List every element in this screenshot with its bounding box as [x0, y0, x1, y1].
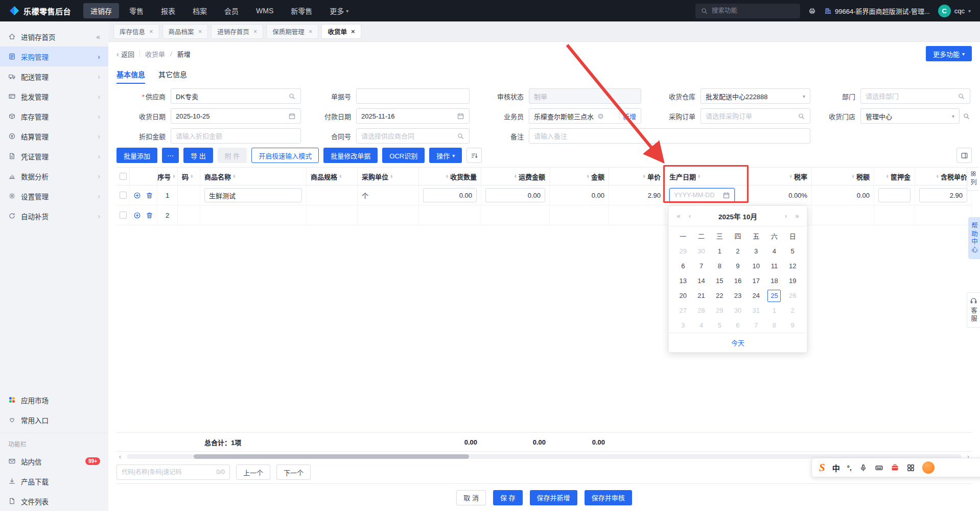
doc-no-field[interactable] — [356, 88, 470, 104]
calendar-day[interactable]: 31 — [750, 305, 763, 317]
sidebar-item-4[interactable]: 结算管理› — [0, 126, 108, 146]
calendar-day[interactable]: 8 — [713, 260, 726, 272]
sidebar-item-7[interactable]: 设置管理› — [0, 186, 108, 206]
calendar-day[interactable]: 24 — [750, 290, 763, 302]
scroll-left-arrow[interactable]: ‹ — [116, 453, 124, 460]
calendar-day[interactable]: 13 — [676, 275, 690, 287]
sidebar-item-home[interactable]: 进销存首页 « — [0, 27, 108, 47]
topnav-item-2[interactable]: 报表 — [154, 3, 182, 18]
column-settings-tab[interactable]: 列 — [967, 167, 979, 191]
calendar-day[interactable]: 11 — [767, 260, 781, 272]
tab-2[interactable]: 进销存首页× — [211, 24, 263, 39]
sogou-logo-icon[interactable]: S — [819, 462, 825, 473]
org-selector[interactable]: 99664-新界面商超版测试-管理... — [824, 6, 930, 16]
quick-search-input[interactable] — [122, 469, 213, 476]
back-button[interactable]: ‹ 返回 — [116, 49, 134, 59]
calendar-icon[interactable] — [457, 112, 464, 120]
topnav-item-4[interactable]: 会员 — [217, 3, 246, 18]
sidebar-item-3[interactable]: 库存管理› — [0, 106, 108, 126]
sidebar-footer-item-0[interactable]: 站内信99+ — [0, 451, 108, 471]
discount-input[interactable] — [176, 132, 296, 140]
calendar-day[interactable]: 19 — [786, 275, 799, 287]
calendar-year-button[interactable]: 2025年 — [718, 213, 741, 221]
calendar-day[interactable]: 1 — [767, 305, 781, 317]
calendar-day[interactable]: 30 — [695, 245, 708, 258]
salesman-field[interactable]: 乐檬查尔斯顿三点水 新增 — [529, 108, 641, 124]
row-checkbox[interactable] — [120, 212, 127, 219]
printer-icon[interactable] — [808, 7, 816, 15]
batch-edit-button[interactable]: 批量修改单据 — [323, 148, 378, 163]
col-header-price[interactable]: ▲▼单价 — [609, 168, 665, 185]
cell-input-qty[interactable] — [423, 188, 477, 202]
form-tab-0[interactable]: 基本信息 — [116, 65, 145, 84]
calendar-day[interactable]: 29 — [676, 245, 690, 258]
department-field[interactable] — [860, 88, 970, 104]
calendar-day[interactable]: 6 — [676, 260, 690, 272]
cell-input-taxprice[interactable] — [919, 188, 967, 202]
warehouse-select[interactable]: 批发配送中心222888 ▾ — [701, 88, 810, 104]
select-all-checkbox[interactable] — [120, 173, 127, 180]
calendar-day[interactable]: 30 — [731, 305, 744, 317]
topnav-item-6[interactable]: 新零售 — [284, 3, 319, 18]
ocr-button[interactable]: OCR识别 — [382, 148, 425, 163]
production-date-field[interactable] — [669, 188, 735, 202]
close-icon[interactable]: × — [351, 28, 355, 35]
trash-icon[interactable] — [146, 212, 153, 219]
purchase-order-field[interactable] — [701, 108, 810, 124]
supplier-field[interactable] — [171, 88, 301, 104]
col-header-spec[interactable]: 商品规格▲▼ — [307, 168, 358, 185]
tab-1[interactable]: 商品档案× — [162, 24, 208, 39]
sidebar-quick-item-1[interactable]: 常用入口 — [0, 410, 108, 430]
toolbox-icon[interactable] — [891, 463, 899, 472]
keyboard-icon[interactable] — [875, 463, 883, 472]
next-button[interactable]: 下一个 — [276, 464, 311, 480]
calendar-icon[interactable] — [288, 112, 296, 120]
calendar-day[interactable]: 21 — [695, 290, 708, 302]
search-icon[interactable] — [457, 132, 464, 140]
calendar-day[interactable]: 23 — [731, 290, 744, 302]
calendar-month-button[interactable]: 10月 — [742, 213, 757, 221]
contract-field[interactable] — [356, 128, 470, 144]
form-tab-1[interactable]: 其它信息 — [158, 65, 187, 84]
calendar-day[interactable]: 5 — [713, 319, 726, 332]
calendar-day[interactable]: 27 — [676, 305, 690, 317]
attachment-button[interactable]: 附 件 — [218, 148, 247, 163]
production-date-input[interactable] — [674, 192, 720, 199]
calendar-day[interactable]: 28 — [695, 305, 708, 317]
sidebar-quick-item-0[interactable]: 应用市场 — [0, 390, 108, 410]
save-and-new-button[interactable]: 保存并新增 — [530, 490, 577, 505]
sidebar-item-0[interactable]: 采购管理› — [0, 47, 108, 66]
topnav-item-3[interactable]: 档案 — [185, 3, 214, 18]
sidebar-footer-item-2[interactable]: 文件列表 — [0, 491, 108, 511]
calendar-day[interactable]: 20 — [676, 290, 690, 302]
calendar-day[interactable]: 29 — [713, 305, 726, 317]
scrollbar-thumb[interactable] — [194, 454, 469, 459]
cell-input-deposit[interactable] — [878, 188, 911, 202]
col-header-seq[interactable]: 序号▲▼ — [157, 168, 178, 185]
calendar-day[interactable]: 4 — [695, 319, 708, 332]
store-search-icon[interactable] — [963, 112, 970, 120]
department-input[interactable] — [866, 92, 954, 100]
sidebar-footer-item-1[interactable]: 产品下载 — [0, 471, 108, 491]
calendar-day[interactable]: 12 — [786, 260, 799, 272]
pay-date-input[interactable] — [361, 112, 454, 120]
sidebar-item-1[interactable]: 配送管理› — [0, 66, 108, 86]
close-icon[interactable]: × — [253, 28, 258, 35]
today-link[interactable]: 今天 — [731, 338, 744, 347]
search-icon[interactable] — [958, 92, 965, 100]
purchase-order-input[interactable] — [706, 112, 795, 120]
col-header-amount[interactable]: ▲▼金额 — [550, 168, 609, 185]
calendar-day[interactable]: 10 — [750, 260, 763, 272]
topnav-item-1[interactable]: 零售 — [122, 3, 151, 18]
calendar-day[interactable]: 2 — [786, 305, 799, 317]
user-menu[interactable]: C cqc ▾ — [938, 5, 971, 17]
clear-icon[interactable] — [597, 112, 604, 120]
col-header-taxprice[interactable]: ▲▼含税单价 — [915, 168, 972, 185]
calendar-day[interactable]: 4 — [767, 245, 781, 258]
sidebar-item-2[interactable]: 批发管理› — [0, 86, 108, 106]
topnav-item-7[interactable]: 更多▾ — [322, 3, 356, 18]
receive-date-field[interactable] — [171, 108, 301, 124]
customer-service-tab[interactable]: 客服 — [967, 292, 980, 328]
topnav-item-5[interactable]: WMS — [249, 3, 281, 18]
save-and-audit-button[interactable]: 保存并审核 — [585, 490, 632, 505]
